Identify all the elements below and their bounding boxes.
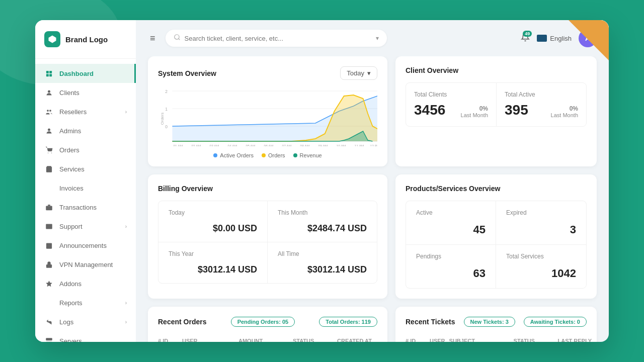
notification-badge: 49: [523, 31, 532, 37]
billing-title: Billing Overview: [158, 185, 213, 193]
resellers-arrow: ›: [125, 109, 127, 115]
transactions-icon: [44, 203, 53, 212]
header: ≡ ▾ 49 English A: [136, 20, 609, 56]
clients-icon: [44, 88, 53, 97]
col-id: # ID: [158, 338, 178, 342]
app-container: Brand Logo Dashboard Clients Resellers: [35, 20, 609, 342]
sidebar-item-addons[interactable]: Addons: [35, 274, 136, 293]
products-total-value: 1042: [506, 267, 576, 280]
svg-point-6: [47, 110, 49, 112]
sidebar-item-clients[interactable]: Clients: [35, 83, 136, 102]
products-header: Products/Services Overview: [406, 185, 587, 193]
sidebar-item-reports[interactable]: Reports ›: [35, 293, 136, 312]
ticket-col-reply: LAST REPLY: [558, 338, 598, 342]
svg-point-31: [174, 35, 179, 39]
svg-text:1: 1: [165, 107, 168, 112]
sidebar-item-services[interactable]: Services: [35, 159, 136, 178]
svg-text:05 AM: 05 AM: [246, 144, 255, 146]
sidebar-item-announcements[interactable]: Announcements: [35, 236, 136, 255]
chart-svg: 2 1 0 Orders: [158, 86, 377, 146]
system-overview-header: System Overview Today ▾: [158, 66, 377, 80]
billing-alltime-value: $3012.14 USD: [278, 264, 367, 275]
sidebar-item-admins[interactable]: Admins: [35, 121, 136, 140]
svg-text:03 AM: 03 AM: [209, 144, 219, 146]
client-overview-card: Client Overview Total Clients 3456 0% La…: [395, 56, 597, 166]
ticket-col-user: USER: [430, 338, 445, 342]
row-3: Recent Orders Pending Orders: 05 Total O…: [148, 307, 597, 342]
search-input[interactable]: [185, 35, 372, 42]
support-icon: [44, 222, 53, 231]
products-grid: Active 45 Expired 3 Pendings 63 Total: [406, 201, 587, 289]
client-overview-header: Client Overview: [406, 66, 587, 74]
products-expired-label: Expired: [506, 209, 576, 216]
legend-revenue-label: Revenue: [300, 152, 322, 158]
content-area: System Overview Today ▾: [136, 56, 609, 342]
sidebar-item-support[interactable]: Support ›: [35, 217, 136, 236]
recent-tickets-card: Recent Tickets New Tickets: 3 Awaiting T…: [395, 307, 597, 342]
services-icon: [44, 164, 53, 173]
logo-icon: [44, 31, 60, 47]
billing-year-value: $3012.14 USD: [169, 264, 257, 275]
orders-table-header: # ID USER AMOUNT STATUS CREATED AT: [158, 333, 377, 342]
recent-tickets-title: Recent Tickets: [406, 318, 455, 326]
svg-point-5: [48, 90, 50, 93]
admins-label: Admins: [59, 127, 81, 135]
svg-point-9: [48, 152, 48, 153]
svg-text:01 AM: 01 AM: [173, 144, 183, 146]
total-clients-change: 0% Last Month: [461, 105, 488, 118]
recent-orders-card: Recent Orders Pending Orders: 05 Total O…: [148, 307, 387, 342]
addons-icon: [44, 279, 53, 288]
svg-rect-2: [49, 70, 52, 73]
menu-toggle-button[interactable]: ≡: [148, 31, 157, 46]
system-overview-card: System Overview Today ▾: [148, 56, 387, 166]
search-dropdown-button[interactable]: ▾: [376, 35, 379, 42]
addons-label: Addons: [59, 280, 82, 288]
sidebar-item-vpn[interactable]: VPN Management: [35, 255, 136, 274]
sidebar-item-dashboard[interactable]: Dashboard: [35, 64, 136, 83]
reports-arrow: ›: [125, 300, 127, 306]
legend-orders: Orders: [262, 152, 285, 158]
sidebar-item-servers[interactable]: Servers: [35, 331, 136, 342]
legend-active-orders: Active Orders: [213, 152, 254, 158]
col-amount: AMOUNT: [238, 338, 289, 342]
period-dropdown[interactable]: Today ▾: [340, 66, 377, 80]
sidebar-logo[interactable]: Brand Logo: [35, 20, 136, 59]
dashboard-label: Dashboard: [59, 70, 94, 77]
sidebar-item-orders[interactable]: Orders: [35, 140, 136, 159]
invoices-icon: [44, 184, 53, 193]
billing-all-time: All Time $3012.14 USD: [268, 242, 377, 283]
sidebar-item-logs[interactable]: Logs ›: [35, 312, 136, 331]
total-clients-change-label: Last Month: [461, 112, 488, 118]
new-tickets-badge: New Tickets: 3: [464, 317, 515, 327]
recent-orders-title: Recent Orders: [158, 318, 206, 326]
total-clients-pct: 0%: [479, 105, 488, 112]
total-clients-label: Total Clients: [414, 91, 488, 98]
products-expired-value: 3: [506, 223, 576, 236]
total-active-change-label: Last Month: [551, 112, 578, 118]
sidebar-item-resellers[interactable]: Resellers ›: [35, 102, 136, 121]
svg-rect-27: [46, 338, 52, 340]
language-button[interactable]: English: [537, 35, 572, 42]
transactions-label: Transactions: [59, 204, 97, 211]
billing-month-label: This Month: [278, 209, 367, 216]
reports-label: Reports: [59, 299, 83, 307]
svg-text:0: 0: [165, 124, 168, 129]
col-status: STATUS: [293, 338, 333, 342]
system-overview-title: System Overview: [158, 69, 216, 77]
legend-active-label: Active Orders: [220, 152, 254, 158]
notification-button[interactable]: 49: [521, 33, 530, 44]
chevron-down-icon: ▾: [367, 69, 371, 77]
svg-text:04 AM: 04 AM: [227, 144, 237, 146]
row-1: System Overview Today ▾: [148, 56, 597, 166]
svg-rect-28: [46, 341, 52, 342]
total-clients-value: 3456: [414, 102, 445, 118]
col-created: CREATED AT: [337, 338, 377, 342]
products-pendings-value: 63: [416, 267, 486, 280]
logs-icon: [44, 317, 53, 326]
billing-today-value: $0.00 USD: [169, 223, 257, 234]
sidebar-item-invoices[interactable]: Invoices: [35, 178, 136, 198]
sidebar-item-transactions[interactable]: Transactions: [35, 198, 136, 217]
legend-dot-revenue: [293, 153, 297, 157]
services-label: Services: [59, 165, 85, 173]
products-active-value: 45: [416, 223, 486, 236]
